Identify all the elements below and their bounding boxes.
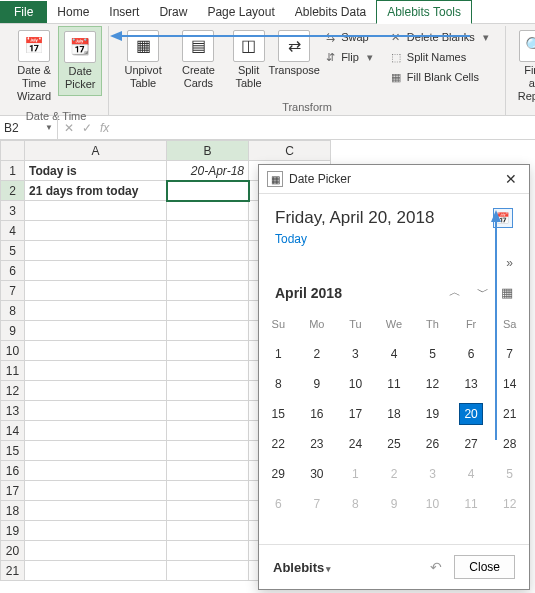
row-header[interactable]: 9 <box>1 321 25 341</box>
date-calculator-button[interactable]: 📅 <box>493 208 513 228</box>
cell[interactable] <box>167 361 249 381</box>
tab-ablebits-data[interactable]: Ablebits Data <box>285 1 376 23</box>
row-header[interactable]: 12 <box>1 381 25 401</box>
row-header[interactable]: 20 <box>1 541 25 561</box>
calendar-day[interactable]: 3 <box>413 459 452 489</box>
tab-home[interactable]: Home <box>47 1 99 23</box>
calendar-day[interactable]: 7 <box>298 489 337 519</box>
row-header[interactable]: 18 <box>1 501 25 521</box>
calendar-day[interactable]: 1 <box>336 459 375 489</box>
cell[interactable] <box>25 221 167 241</box>
calendar-day[interactable]: 9 <box>298 369 337 399</box>
cell[interactable] <box>25 421 167 441</box>
row-header[interactable]: 13 <box>1 401 25 421</box>
cell[interactable] <box>167 521 249 541</box>
cell[interactable] <box>25 321 167 341</box>
row-header[interactable]: 7 <box>1 281 25 301</box>
cell[interactable] <box>167 461 249 481</box>
calendar-day[interactable]: 16 <box>298 399 337 429</box>
brand-label[interactable]: Ablebits▾ <box>273 560 430 575</box>
cancel-icon[interactable]: ✕ <box>64 121 74 135</box>
calendar-day[interactable]: 8 <box>336 489 375 519</box>
calendar-day[interactable]: 21 <box>490 399 529 429</box>
calendar-day[interactable]: 28 <box>490 429 529 459</box>
calendar-day[interactable]: 29 <box>259 459 298 489</box>
cell[interactable] <box>25 341 167 361</box>
fill-blank-cells-button[interactable]: ▦Fill Blank Cells <box>385 68 497 86</box>
col-header-a[interactable]: A <box>25 141 167 161</box>
calendar-day[interactable]: 7 <box>490 339 529 369</box>
cell[interactable] <box>25 241 167 261</box>
transpose-button[interactable]: ⇄ Transpose <box>271 26 317 81</box>
close-button[interactable]: Close <box>454 555 515 579</box>
calendar-day[interactable]: 2 <box>375 459 414 489</box>
col-header-b[interactable]: B <box>167 141 249 161</box>
cell[interactable] <box>25 481 167 501</box>
calendar-day[interactable]: 5 <box>490 459 529 489</box>
cell[interactable] <box>167 241 249 261</box>
month-view-button[interactable]: ▦ <box>501 285 513 300</box>
cell[interactable] <box>167 301 249 321</box>
cell[interactable] <box>25 361 167 381</box>
cell[interactable] <box>25 561 167 581</box>
cell[interactable] <box>167 221 249 241</box>
calendar-day[interactable]: 4 <box>375 339 414 369</box>
calendar-day[interactable]: 24 <box>336 429 375 459</box>
row-header[interactable]: 21 <box>1 561 25 581</box>
split-names-button[interactable]: ⬚Split Names <box>385 48 497 66</box>
tab-insert[interactable]: Insert <box>99 1 149 23</box>
calendar-day[interactable]: 25 <box>375 429 414 459</box>
calendar-day[interactable]: 10 <box>413 489 452 519</box>
select-all-corner[interactable] <box>1 141 25 161</box>
calendar-day[interactable]: 23 <box>298 429 337 459</box>
tab-page-layout[interactable]: Page Layout <box>197 1 284 23</box>
calendar-day[interactable]: 22 <box>259 429 298 459</box>
row-header[interactable]: 4 <box>1 221 25 241</box>
calendar-day[interactable]: 6 <box>259 489 298 519</box>
unpivot-table-button[interactable]: ▦ Unpivot Table <box>115 26 171 94</box>
tab-file[interactable]: File <box>0 1 47 23</box>
date-picker-button[interactable]: 📆 Date Picker <box>58 26 102 96</box>
calendar-day[interactable]: 12 <box>490 489 529 519</box>
expand-toggle[interactable]: » <box>259 254 529 272</box>
calendar-day[interactable]: 30 <box>298 459 337 489</box>
cell[interactable] <box>167 401 249 421</box>
cell[interactable] <box>167 261 249 281</box>
flip-button[interactable]: ⇵Flip▾ <box>319 48 381 66</box>
cell-b2[interactable] <box>167 181 249 201</box>
cell[interactable] <box>25 541 167 561</box>
tab-draw[interactable]: Draw <box>149 1 197 23</box>
cell[interactable] <box>167 321 249 341</box>
split-table-button[interactable]: ◫ Split Table <box>226 26 271 94</box>
cell[interactable] <box>167 201 249 221</box>
accept-icon[interactable]: ✓ <box>82 121 92 135</box>
fx-icon[interactable]: fx <box>100 121 109 135</box>
cell[interactable] <box>25 501 167 521</box>
cell[interactable] <box>167 481 249 501</box>
tab-ablebits-tools[interactable]: Ablebits Tools <box>376 0 472 24</box>
cell[interactable] <box>25 281 167 301</box>
calendar-day[interactable]: 11 <box>375 369 414 399</box>
calendar-day[interactable]: 19 <box>413 399 452 429</box>
calendar-day[interactable]: 11 <box>452 489 491 519</box>
find-replace-button[interactable]: 🔍 Find an Replac <box>512 26 535 108</box>
cell[interactable] <box>25 301 167 321</box>
cell[interactable] <box>25 261 167 281</box>
row-header[interactable]: 15 <box>1 441 25 461</box>
row-header[interactable]: 6 <box>1 261 25 281</box>
calendar-day[interactable]: 1 <box>259 339 298 369</box>
cell[interactable] <box>25 401 167 421</box>
cell-a2[interactable]: 21 days from today <box>25 181 167 201</box>
calendar-day[interactable]: 8 <box>259 369 298 399</box>
cell[interactable] <box>167 501 249 521</box>
date-time-wizard-button[interactable]: 📅 Date & Time Wizard <box>10 26 58 108</box>
cell[interactable] <box>25 201 167 221</box>
prev-month-button[interactable]: ︿ <box>445 282 465 303</box>
col-header-c[interactable]: C <box>249 141 331 161</box>
row-header[interactable]: 14 <box>1 421 25 441</box>
row-header[interactable]: 8 <box>1 301 25 321</box>
calendar-day[interactable]: 6 <box>452 339 491 369</box>
calendar-day[interactable]: 9 <box>375 489 414 519</box>
cell[interactable] <box>167 281 249 301</box>
calendar-day[interactable]: 13 <box>452 369 491 399</box>
